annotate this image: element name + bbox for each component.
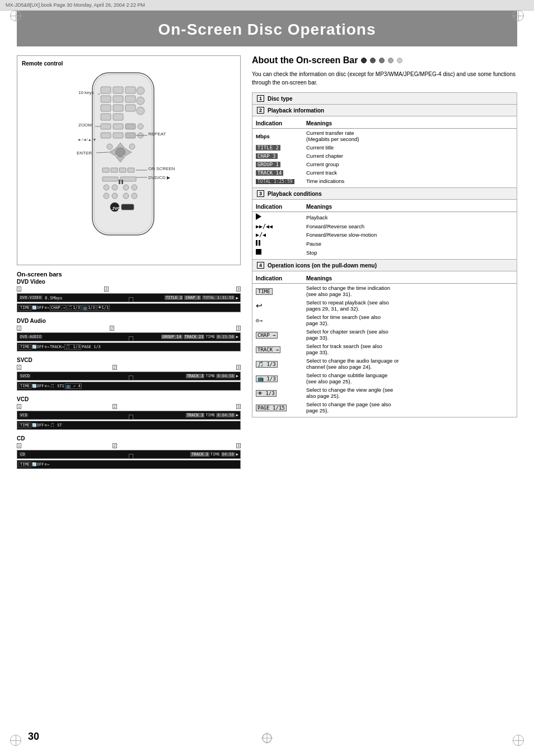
meaning-repeat: Select to repeat playback (see alsopages… bbox=[303, 298, 517, 313]
bars-main-title: On-screen bars bbox=[17, 271, 241, 278]
dvd-audio-bars: 1 2 3 DVD-AUDIO GROUP 14 TRACK 23 TIME 0… bbox=[17, 326, 241, 351]
table-row: TITLE 2 Current title bbox=[252, 143, 517, 152]
section-2-num: 2 bbox=[257, 107, 264, 114]
table-row: 🎵 1/3 Select to change the audio languag… bbox=[252, 356, 517, 371]
section-3-label: Playback conditions bbox=[268, 191, 322, 197]
svg-point-28 bbox=[116, 148, 125, 157]
svg-rect-17 bbox=[113, 124, 123, 129]
table-row: Stop bbox=[252, 248, 517, 257]
right-column: About the On-screen Bar You can check th… bbox=[252, 55, 517, 473]
meaning-mbps: Current transfer rate(Megabits per secon… bbox=[303, 129, 517, 144]
dvd-audio-bar-section: DVD Audio 1 2 3 DVD-AUDIO GROUP 14 TRACK… bbox=[17, 318, 241, 351]
svg-rect-31 bbox=[102, 168, 109, 172]
svg-text:10 keys: 10 keys bbox=[78, 90, 94, 95]
dot-5 bbox=[397, 58, 402, 63]
about-description: You can check the information on disc (e… bbox=[252, 70, 517, 87]
table-row: TRACK 14 Current track bbox=[252, 168, 517, 177]
ind-page: PAGE 1/15 bbox=[252, 400, 303, 415]
meaning-chap-search: Select for chapter search (see alsopage … bbox=[303, 327, 517, 342]
svcd-bar2: TIME 🔄OFF ⊙→ 🎵 ST1 📺 ✓ 4 bbox=[17, 382, 241, 391]
col-meanings-2: Meanings bbox=[303, 119, 517, 129]
svg-rect-35 bbox=[102, 177, 118, 181]
dvd-num-2: 2 bbox=[104, 287, 109, 292]
svg-rect-8 bbox=[101, 105, 111, 111]
subtitle-badge: 📺 1/3 bbox=[256, 375, 278, 382]
ind-repeat: ↩ bbox=[252, 298, 303, 313]
section-3-num: 3 bbox=[257, 190, 264, 197]
table-row: Playback bbox=[252, 212, 517, 223]
meaning-track: Current track bbox=[303, 168, 517, 177]
table-row: CHAP 3 Current chapter bbox=[252, 152, 517, 160]
svg-rect-18 bbox=[125, 124, 135, 129]
ind-group: GROUP 1 bbox=[252, 160, 303, 168]
svg-point-40 bbox=[132, 185, 137, 190]
dot-2 bbox=[370, 58, 376, 63]
ind-total-time: TOTAL 1:25:59 bbox=[252, 177, 303, 185]
table-row: PAGE 1/15 Select to change the page (see… bbox=[252, 400, 517, 415]
table-row: ▶▶/◀◀ Forward/Reverse search bbox=[252, 222, 517, 231]
group-badge-cell: GROUP 1 bbox=[256, 162, 280, 167]
svg-rect-5 bbox=[101, 96, 111, 102]
svg-rect-4 bbox=[125, 87, 135, 93]
dot-1 bbox=[361, 58, 367, 63]
header-text: MX-JD5&8[UX].book Page 30 Monday, April … bbox=[6, 2, 145, 8]
dvd-video-bar2-inner: 4 TIME 🔄OFF ⊙→ CHAP.→ 🎵1/3 📺1/3 👁1/1 bbox=[17, 303, 241, 312]
col-meanings-3: Meanings bbox=[303, 202, 517, 212]
svg-rect-20 bbox=[101, 133, 111, 138]
col-indication-2: Indication bbox=[252, 119, 303, 129]
svg-rect-2 bbox=[101, 87, 111, 93]
section-2-label: Playback information bbox=[268, 107, 324, 114]
table-row: CHAP → Select for chapter search (see al… bbox=[252, 327, 517, 342]
dvd-repeat-off: 🔄OFF bbox=[32, 306, 44, 310]
svg-point-39 bbox=[123, 185, 129, 190]
track-search-badge: TRACK → bbox=[256, 346, 280, 353]
col-indication-3: Indication bbox=[252, 202, 303, 212]
header-strip: MX-JD5&8[UX].book Page 30 Monday, April … bbox=[0, 0, 534, 11]
chap-search-badge: CHAP → bbox=[256, 332, 278, 339]
svg-text:ZOOM: ZOOM bbox=[78, 123, 92, 128]
svg-rect-7 bbox=[125, 96, 135, 102]
svg-text:JVC: JVC bbox=[112, 206, 121, 211]
table-row: ↩ Select to repeat playback (see alsopag… bbox=[252, 298, 517, 313]
play-indicator: ▶ bbox=[236, 295, 238, 300]
dvd-label: DVD-VIDEO bbox=[19, 295, 43, 300]
svg-point-14 bbox=[137, 97, 144, 105]
section-3-header: 3 Playback conditions bbox=[252, 188, 517, 200]
table-row: ▶/◀ Forward/Reverse slow-motion bbox=[252, 231, 517, 239]
section-3-table: Indication Meanings Playback ▶▶/◀◀ Forwa… bbox=[252, 202, 517, 257]
about-title-text: About the On-screen Bar bbox=[252, 55, 358, 65]
dvd-num-1: 1 bbox=[17, 287, 21, 292]
dvd-audio-title: DVD Audio bbox=[17, 318, 241, 324]
dvd-video-num-row: 1 2 3 bbox=[17, 287, 241, 292]
dvd-video-bars: 1 2 3 DVD-VIDEO 8.5Mbps TITLE 2 CHAP 3 T… bbox=[17, 287, 241, 312]
angle-btn: 👁1/1 bbox=[97, 305, 110, 311]
table-row: TRACK → Select for track search (see als… bbox=[252, 342, 517, 356]
chap-badge: CHAP 3 bbox=[184, 295, 200, 300]
ind-play bbox=[252, 212, 303, 223]
svg-rect-9 bbox=[113, 105, 123, 111]
table-row: Mbps Current transfer rate(Megabits per … bbox=[252, 129, 517, 144]
svg-rect-3 bbox=[113, 87, 123, 93]
svg-point-29 bbox=[107, 144, 113, 149]
cd-bar2: TIME 🔄OFF ⊙→ bbox=[17, 460, 241, 469]
svg-point-43 bbox=[123, 193, 129, 199]
svg-rect-6 bbox=[113, 96, 123, 102]
stop-square-icon bbox=[256, 249, 261, 255]
corner-mark-tr bbox=[513, 10, 524, 21]
svg-point-41 bbox=[104, 193, 109, 199]
meaning-page: Select to change the page (see alsopage … bbox=[303, 400, 517, 415]
meaning-pause: Pause bbox=[303, 239, 517, 248]
sub-btn: 📺1/3 bbox=[82, 305, 96, 311]
page-title: On-Screen Disc Operations bbox=[17, 21, 517, 39]
section-4-label: Operation icons (on the pull-down menu) bbox=[268, 262, 377, 269]
svg-rect-34 bbox=[128, 168, 134, 172]
svg-rect-60 bbox=[119, 180, 120, 184]
info-box: 1 Disc type 2 Playback information Indic… bbox=[252, 92, 517, 417]
meaning-track-search: Select for track search (see alsopage 33… bbox=[303, 342, 517, 356]
cd-title: CD bbox=[17, 435, 241, 442]
cd-bar-section: CD 1 2 3 CD TRACK 3 TIME 04:58 ▶ bbox=[17, 435, 241, 469]
table-row: TIME Select to change the time indicatio… bbox=[252, 284, 517, 299]
left-column: Remote control bbox=[17, 55, 241, 473]
onscreen-bars-section: On-screen bars DVD Video 1 2 3 DVD-VIDEO… bbox=[17, 271, 241, 469]
audio-btn: 🎵1/3 bbox=[67, 305, 81, 311]
